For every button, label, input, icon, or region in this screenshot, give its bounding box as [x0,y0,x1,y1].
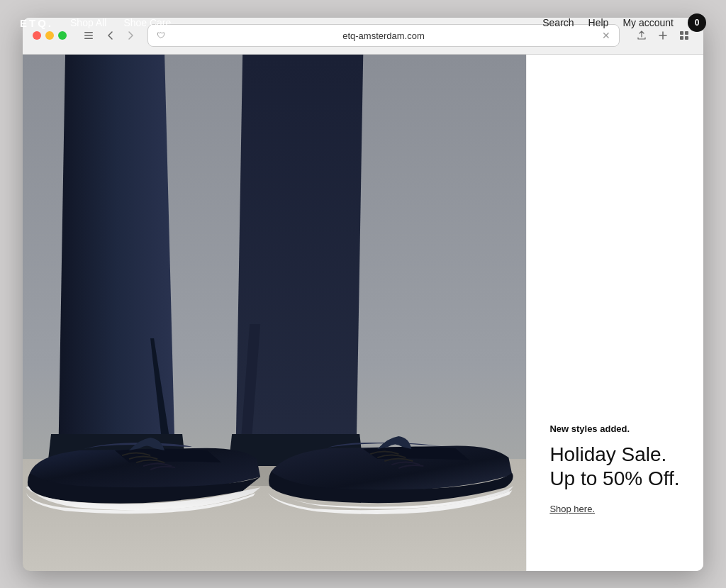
site-main: New styles added. Holiday Sale. Up to 50… [23,55,703,571]
info-panel: New styles added. Holiday Sale. Up to 50… [526,55,703,571]
hero-title: Holiday Sale. Up to 50% Off. [549,443,681,490]
info-subtitle: New styles added. [549,423,681,434]
hero-image-panel [23,55,526,571]
website: ETQ. Shop All Shoe Care Search Help My a… [23,55,703,571]
hero-image [23,55,526,571]
browser-window: 🛡 etq-amsterdam.com ✕ ETQ. Shop All Shoe… [23,18,703,571]
shop-here-link[interactable]: Shop here. [549,504,681,514]
